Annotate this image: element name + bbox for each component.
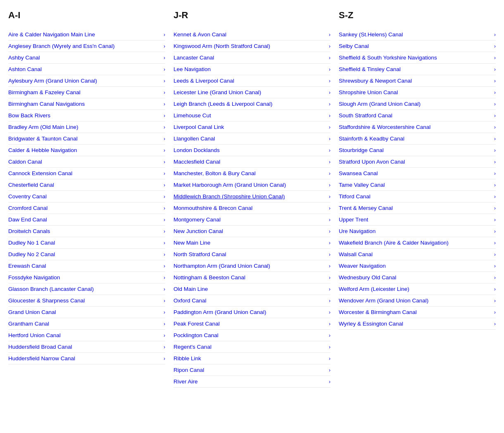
list-item[interactable]: Weaver Navigation› [339,260,496,272]
list-item[interactable]: Kingswood Arm (North Stratford Canal)› [174,40,330,52]
list-item[interactable]: Pocklington Canal› [174,330,330,341]
list-item[interactable]: Llangollen Canal› [174,133,330,145]
list-item[interactable]: Montgomery Canal› [174,214,330,226]
list-item[interactable]: Coventry Canal› [8,191,165,202]
list-item[interactable]: Northampton Arm (Grand Union Canal)› [174,260,330,272]
item-label: River Aire [174,378,198,385]
list-item[interactable]: Middlewich Branch (Shropshire Union Cana… [174,191,330,202]
list-item[interactable]: Paddington Arm (Grand Union Canal)› [174,307,330,318]
chevron-icon: › [494,286,496,292]
list-item[interactable]: London Docklands› [174,145,330,156]
list-item[interactable]: Wendover Arm (Grand Union Canal)› [339,295,496,307]
item-label: Sheffield & South Yorkshire Navigations [339,55,437,61]
list-item[interactable]: Dudley No 2 Canal› [8,249,165,260]
list-item[interactable]: Selby Canal› [339,40,496,52]
list-item[interactable]: Slough Arm (Grand Union Canal)› [339,98,496,110]
list-item[interactable]: Sheffield & Tinsley Canal› [339,64,496,75]
chevron-icon: › [494,124,496,130]
list-item[interactable]: Leeds & Liverpool Canal› [174,75,330,87]
list-item[interactable]: Calder & Hebble Navigation› [8,145,165,156]
list-item[interactable]: Regent's Canal› [174,341,330,353]
list-item[interactable]: Nottingham & Beeston Canal› [174,272,330,283]
list-item[interactable]: Stratford Upon Avon Canal› [339,156,496,168]
list-item[interactable]: North Stratford Canal› [174,249,330,260]
list-item[interactable]: Manchester, Bolton & Bury Canal› [174,168,330,179]
list-item[interactable]: Dudley No 1 Canal› [8,237,165,249]
list-item[interactable]: Erewash Canal› [8,260,165,272]
list-item[interactable]: Monmouthshire & Brecon Canal› [174,202,330,214]
list-item[interactable]: New Main Line› [174,237,330,249]
list-item[interactable]: Anglesey Branch (Wyrely and Ess'n Canal)… [8,40,165,52]
list-item[interactable]: Ashby Canal› [8,52,165,64]
list-item[interactable]: Droitwich Canals› [8,226,165,237]
list-item[interactable]: Huddersfield Narrow Canal› [8,353,165,364]
list-item[interactable]: Bow Back Rivers› [8,110,165,121]
list-item[interactable]: Stourbridge Canal› [339,145,496,156]
list-item[interactable]: Sankey (St.Helens) Canal› [339,29,496,40]
list-item[interactable]: Walsall Canal› [339,249,496,260]
list-item[interactable]: Cromford Canal› [8,202,165,214]
list-item[interactable]: Wednesbury Old Canal› [339,272,496,283]
list-item[interactable]: Leicester Line (Grand Union Canal)› [174,87,330,98]
list-item[interactable]: Grand Union Canal› [8,307,165,318]
list-item[interactable]: Titford Canal› [339,191,496,202]
list-item[interactable]: Bridgwater & Taunton Canal› [8,133,165,145]
list-item[interactable]: Hertford Union Canal› [8,330,165,341]
list-item[interactable]: Staffordshire & Worcestershire Canal› [339,121,496,133]
list-item[interactable]: Trent & Mersey Canal› [339,202,496,214]
list-item[interactable]: Lee Navigation› [174,64,330,75]
list-item[interactable]: Macclesfield Canal› [174,156,330,168]
chevron-icon: › [329,124,330,130]
list-item[interactable]: Bradley Arm (Old Main Line)› [8,121,165,133]
list-item[interactable]: Huddersfield Broad Canal› [8,341,165,353]
list-item[interactable]: Shrewsbury & Newport Canal› [339,75,496,87]
chevron-icon: › [494,113,496,119]
list-item[interactable]: Wyrley & Essington Canal› [339,318,496,330]
list-item[interactable]: Aylesbury Arm (Grand Union Canal)› [8,75,165,87]
chevron-icon: › [329,228,330,234]
list-item[interactable]: Fossdyke Navigation› [8,272,165,283]
list-item[interactable]: Aire & Calder Navigation Main Line› [8,29,165,40]
chevron-icon: › [494,101,496,107]
list-item[interactable]: Stainforth & Keadby Canal› [339,133,496,145]
list-item[interactable]: Market Harborough Arm (Grand Union Canal… [174,179,330,191]
list-item[interactable]: Swansea Canal› [339,168,496,179]
list-item[interactable]: Gloucester & Sharpness Canal› [8,295,165,307]
list-item[interactable]: Glasson Branch (Lancaster Canal)› [8,283,165,295]
list-item[interactable]: Old Main Line› [174,283,330,295]
list-item[interactable]: Kennet & Avon Canal› [174,29,330,40]
list-item[interactable]: Liverpool Canal Link› [174,121,330,133]
list-item[interactable]: Peak Forest Canal› [174,318,330,330]
list-item[interactable]: Chesterfield Canal› [8,179,165,191]
chevron-icon: › [329,205,330,211]
item-label: Bow Back Rivers [8,112,50,119]
list-item[interactable]: Caldon Canal› [8,156,165,168]
list-item[interactable]: Daw End Canal› [8,214,165,226]
list-item[interactable]: Ripon Canal› [174,364,330,376]
list-item[interactable]: Welford Arm (Leicester Line)› [339,283,496,295]
list-item[interactable]: Ure Navigation› [339,226,496,237]
list-item[interactable]: New Junction Canal› [174,226,330,237]
list-item[interactable]: South Stratford Canal› [339,110,496,121]
list-item[interactable]: Upper Trent› [339,214,496,226]
list-item[interactable]: Sheffield & South Yorkshire Navigations› [339,52,496,64]
list-item[interactable]: Lancaster Canal› [174,52,330,64]
list-item[interactable]: Shropshire Union Canal› [339,87,496,98]
list-item[interactable]: Birmingham Canal Navigations› [8,98,165,110]
list-item[interactable]: Oxford Canal› [174,295,330,307]
list-item[interactable]: Leigh Branch (Leeds & Liverpool Canal)› [174,98,330,110]
item-label: Chesterfield Canal [8,182,54,188]
list-item[interactable]: Cannock Extension Canal› [8,168,165,179]
list-item[interactable]: Grantham Canal› [8,318,165,330]
list-item[interactable]: Tame Valley Canal› [339,179,496,191]
list-item[interactable]: Ribble Link› [174,353,330,364]
item-label: Shrewsbury & Newport Canal [339,78,412,84]
list-item[interactable]: Ashton Canal› [8,64,165,75]
list-item[interactable]: Limehouse Cut› [174,110,330,121]
list-item[interactable]: River Aire› [174,376,330,388]
item-label: Regent's Canal [174,344,212,350]
chevron-icon: › [494,252,496,257]
list-item[interactable]: Worcester & Birmingham Canal› [339,307,496,318]
list-item[interactable]: Wakefield Branch (Aire & Calder Navigati… [339,237,496,249]
list-item[interactable]: Birmingham & Fazeley Canal› [8,87,165,98]
